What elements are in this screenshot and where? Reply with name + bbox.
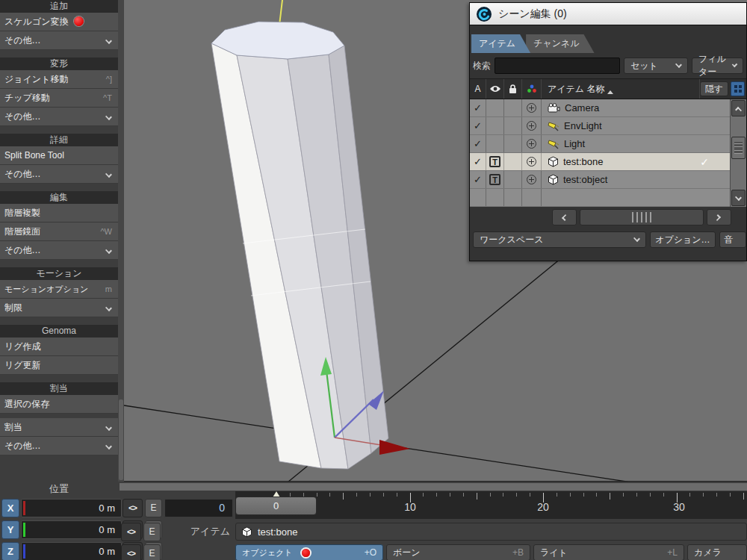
z-axis-button[interactable]: Z xyxy=(1,542,19,560)
cylinder-mesh[interactable] xyxy=(211,22,388,469)
light-icon xyxy=(548,121,560,131)
tool-others-deform[interactable]: その他… xyxy=(0,108,118,126)
visibility-column-eye-icon[interactable] xyxy=(486,79,504,99)
item-name: test:object xyxy=(563,174,607,185)
clipped-button[interactable]: 音 xyxy=(719,231,746,248)
active-check[interactable]: ✓ xyxy=(470,99,486,116)
tool-limits[interactable]: 制限 xyxy=(0,299,118,317)
tab-channels[interactable]: チャンネル xyxy=(526,34,594,53)
active-check[interactable]: ✓ xyxy=(470,117,486,134)
timeline-ruler[interactable]: 10 20 30 0 xyxy=(235,491,747,519)
list-item-test-bone[interactable]: ✓ T test:bone ✓ xyxy=(470,153,746,171)
tool-hierarchy-duplicate[interactable]: 階層複製 xyxy=(0,204,118,223)
tool-tip-move[interactable]: チップ移動^T xyxy=(0,89,118,108)
active-check[interactable]: ✓ xyxy=(470,135,486,152)
active-check[interactable]: ✓ xyxy=(470,171,486,188)
tool-rig-update[interactable]: リグ更新 xyxy=(0,356,118,375)
timeline-handle[interactable]: 0 xyxy=(235,497,317,515)
scrollbar-thumb[interactable] xyxy=(580,209,704,225)
tool-motion-options[interactable]: モーションオプションm xyxy=(0,280,118,299)
active-check[interactable]: ✓ xyxy=(470,153,486,170)
mode-bone-button[interactable]: ボーン+B xyxy=(386,544,530,560)
x-axis-button[interactable]: X xyxy=(1,499,19,517)
mode-camera-button[interactable]: カメラ xyxy=(687,544,747,560)
mode-object-button[interactable]: オブジェクト +O xyxy=(235,544,383,560)
panel-titlebar[interactable]: シーン編集 (0) xyxy=(470,3,746,25)
set-dropdown[interactable]: セット xyxy=(624,57,688,74)
list-item-empty[interactable] xyxy=(470,189,746,207)
tool-save-selection[interactable]: 選択の保存 xyxy=(0,395,118,414)
timeline-range-bar[interactable] xyxy=(120,483,747,491)
transform-icon[interactable]: T xyxy=(489,156,500,167)
scrollbar-thumb[interactable] xyxy=(119,399,123,480)
list-item-light[interactable]: ✓ Light xyxy=(470,135,746,153)
tab-items[interactable]: アイテム xyxy=(471,34,530,53)
tool-others-edit[interactable]: その他… xyxy=(0,241,118,260)
tool-others-add[interactable]: その他… xyxy=(0,31,118,50)
transform-icon[interactable]: T xyxy=(489,174,500,185)
filter-dropdown[interactable]: フィルター xyxy=(692,57,743,74)
mode-swap-button[interactable]: <> xyxy=(121,544,141,560)
chevron-down-icon xyxy=(105,171,112,178)
current-item-field[interactable]: test:bone xyxy=(235,523,747,541)
column-active[interactable]: A xyxy=(470,79,486,99)
list-item-camera[interactable]: ✓ Camera xyxy=(470,99,746,117)
tool-skelegon-convert[interactable]: スケルゴン変換 xyxy=(0,13,118,31)
tool-rig-create[interactable]: リグ作成 xyxy=(0,337,118,356)
tool-hierarchy-mirror[interactable]: 階層鏡面^W xyxy=(0,223,118,241)
section-assign: 割当 選択の保存 割当 その他… xyxy=(0,382,118,455)
frame-label-30: 30 xyxy=(673,501,685,513)
lock-column-lock-icon[interactable] xyxy=(504,79,522,99)
section-title: 変形 xyxy=(0,57,118,70)
expand-plus-icon[interactable] xyxy=(527,103,536,113)
list-item-envlight[interactable]: ✓ EnvLight xyxy=(470,117,746,135)
workspace-dropdown[interactable]: ワークスペース xyxy=(473,231,646,248)
hide-button[interactable]: 隠す xyxy=(700,81,728,96)
item-name: EnvLight xyxy=(564,120,602,131)
gizmo-x-arrow-icon xyxy=(379,440,410,455)
color-column-rgb-icon[interactable] xyxy=(522,79,542,99)
section-title: Genoma xyxy=(0,325,118,337)
x-swap-button[interactable]: <> xyxy=(123,499,143,517)
cube-icon xyxy=(548,174,559,185)
mode-light-button[interactable]: ライト+L xyxy=(533,544,684,560)
tool-assign[interactable]: 割当 xyxy=(0,418,118,437)
hierarchy-view-button[interactable] xyxy=(731,81,745,96)
modo-logo-icon xyxy=(476,6,492,22)
sidebar-scrollbar[interactable] xyxy=(118,0,124,482)
search-input[interactable] xyxy=(495,57,620,74)
x-value-field[interactable]: 0 m xyxy=(21,499,122,517)
chevron-down-icon xyxy=(105,443,112,449)
item-envelope-button[interactable]: E xyxy=(143,523,161,541)
x-envelope-button[interactable]: E xyxy=(145,499,162,517)
sort-asc-icon xyxy=(607,90,613,94)
tool-joint-move[interactable]: ジョイント移動^] xyxy=(0,70,118,89)
y-axis-button[interactable]: Y xyxy=(1,520,19,539)
mode-envelope-button[interactable]: E xyxy=(143,544,161,560)
expand-plus-icon[interactable] xyxy=(527,157,536,167)
chevron-down-icon xyxy=(105,424,112,431)
z-color-strip xyxy=(23,544,25,559)
options-button[interactable]: オプション… xyxy=(650,231,715,248)
list-horizontal-scrollbar xyxy=(470,207,746,228)
scroll-up-button[interactable] xyxy=(731,100,746,116)
scrollbar-thumb[interactable] xyxy=(731,137,746,159)
expand-plus-icon[interactable] xyxy=(527,139,536,149)
z-value-field[interactable]: 0 m xyxy=(21,542,122,560)
tool-others-assign[interactable]: その他… xyxy=(0,437,118,455)
tool-split-bone[interactable]: Split Bone Tool xyxy=(0,146,118,165)
list-vertical-scrollbar[interactable] xyxy=(730,99,746,207)
list-item-test-object[interactable]: ✓ T test:object xyxy=(470,171,746,189)
scroll-right-button[interactable] xyxy=(707,209,731,225)
y-value-field[interactable]: 0 m xyxy=(21,520,122,539)
tool-others-detail[interactable]: その他… xyxy=(0,165,118,184)
cube-icon xyxy=(548,156,559,167)
current-frame-field[interactable]: 0 xyxy=(164,499,233,517)
expand-plus-icon[interactable] xyxy=(527,121,536,131)
column-item-name[interactable]: アイテム 名称 xyxy=(542,79,700,99)
item-swap-button[interactable]: <> xyxy=(121,523,141,541)
scroll-left-button[interactable] xyxy=(552,209,577,225)
scroll-down-button[interactable] xyxy=(731,190,746,206)
expand-plus-icon[interactable] xyxy=(527,175,536,184)
tool-sidebar: 追加 スケルゴン変換 その他… 変形 ジョイント移動^] チップ移動^T その他… xyxy=(0,0,118,482)
